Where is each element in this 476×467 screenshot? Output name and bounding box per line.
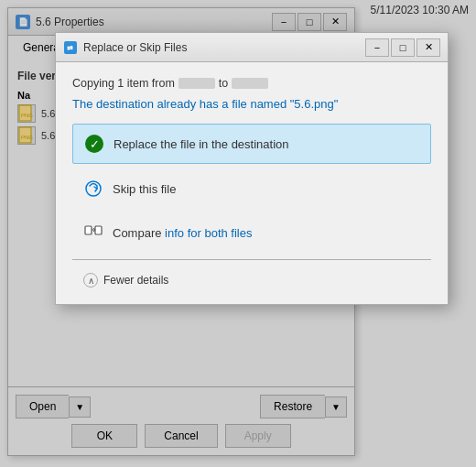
modal-minimize-button[interactable]: −	[365, 38, 389, 57]
replace-check-icon: ✓	[84, 134, 104, 154]
copy-info: Copying 1 item from to	[72, 77, 431, 90]
skip-file-icon	[83, 179, 103, 199]
fewer-details-button[interactable]: ∧ Fewer details	[72, 267, 431, 291]
chevron-up-icon: ∧	[83, 273, 98, 288]
modal-title: Replace or Skip Files	[83, 41, 360, 54]
modal-titlebar: ⇄ Replace or Skip Files − □ ✕	[56, 33, 448, 62]
compare-option[interactable]: Compare info for both files	[72, 213, 431, 252]
replace-option[interactable]: ✓ Replace the file in the destination	[72, 124, 431, 164]
source-path-placeholder	[178, 78, 215, 89]
modal-controls: − □ ✕	[365, 38, 440, 57]
dest-path-placeholder	[232, 78, 268, 89]
modal-overlay: ⇄ Replace or Skip Files − □ ✕ Copying 1 …	[0, 0, 476, 467]
svg-rect-7	[85, 226, 92, 234]
modal-icon: ⇄	[63, 40, 78, 55]
skip-option[interactable]: Skip this file	[72, 169, 431, 208]
modal-maximize-button[interactable]: □	[391, 38, 415, 57]
divider	[72, 259, 431, 260]
svg-text:⇄: ⇄	[67, 44, 73, 52]
compare-option-label: Compare info for both files	[113, 226, 252, 240]
svg-rect-8	[95, 226, 102, 234]
skip-option-label: Skip this file	[113, 182, 176, 196]
fewer-details-label: Fewer details	[103, 274, 168, 287]
modal-dialog: ⇄ Replace or Skip Files − □ ✕ Copying 1 …	[55, 32, 449, 305]
destination-warning: The destination already has a file named…	[72, 97, 431, 111]
replace-option-label: Replace the file in the destination	[114, 137, 289, 151]
modal-content: Copying 1 item from to The destination a…	[56, 62, 448, 304]
modal-close-button[interactable]: ✕	[416, 38, 440, 57]
compare-files-icon	[83, 223, 103, 243]
